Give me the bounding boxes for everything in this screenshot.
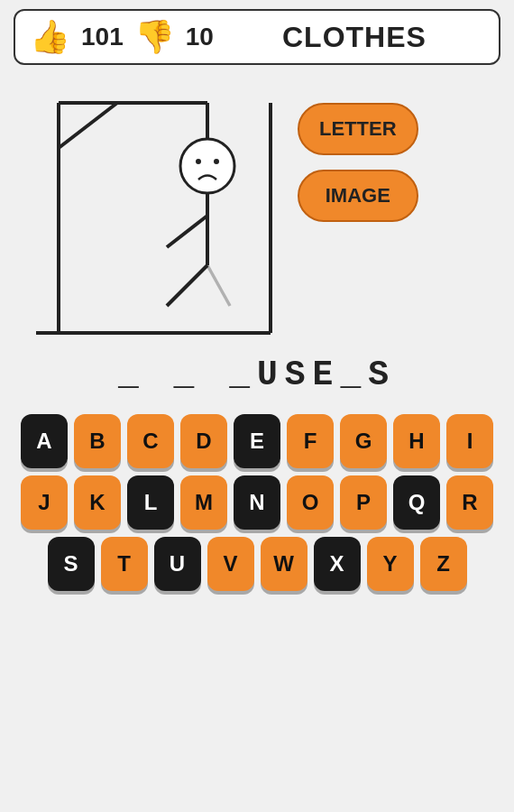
key-t[interactable]: T (101, 537, 148, 591)
key-p[interactable]: P (340, 475, 387, 530)
thumbs-down-icon: 👎 (134, 18, 175, 56)
key-q[interactable]: Q (393, 475, 440, 530)
keyboard-row-1: ABCDEFGHI (21, 414, 493, 468)
key-k[interactable]: K (74, 475, 121, 530)
svg-point-7 (196, 159, 201, 164)
key-h[interactable]: H (393, 414, 440, 468)
hangman-container (9, 76, 289, 346)
key-v[interactable]: V (207, 537, 254, 591)
keyboard-row-3: STUVWXYZ (48, 537, 467, 591)
keyboard-row-2: JKLMNOPQR (21, 475, 493, 530)
likes-count: 101 (81, 23, 124, 51)
top-bar: 👍 101 👎 10 CLOTHES (14, 9, 500, 65)
thumbs-up-icon: 👍 (30, 18, 70, 56)
svg-line-3 (59, 103, 117, 148)
key-y[interactable]: Y (367, 537, 414, 591)
letter-hint-button[interactable]: LETTER (298, 103, 418, 155)
svg-line-11 (167, 265, 207, 306)
svg-line-12 (207, 265, 230, 306)
image-hint-button[interactable]: IMAGE (298, 170, 418, 222)
key-w[interactable]: W (261, 537, 307, 591)
key-r[interactable]: R (446, 475, 493, 530)
key-c[interactable]: C (127, 414, 174, 468)
word-letters: _ _ _USE_S (118, 355, 396, 394)
hint-buttons: LETTER IMAGE (298, 103, 418, 222)
key-e[interactable]: E (234, 414, 280, 468)
game-area: LETTER IMAGE (0, 76, 514, 346)
key-b[interactable]: B (74, 414, 121, 468)
svg-line-10 (167, 216, 207, 247)
key-o[interactable]: O (287, 475, 334, 530)
key-i[interactable]: I (446, 414, 493, 468)
keyboard: ABCDEFGHI JKLMNOPQR STUVWXYZ (21, 414, 493, 591)
key-u[interactable]: U (154, 537, 201, 591)
key-f[interactable]: F (287, 414, 334, 468)
key-l[interactable]: L (127, 475, 174, 530)
key-a[interactable]: A (21, 414, 68, 468)
key-x[interactable]: X (314, 537, 361, 591)
key-n[interactable]: N (234, 475, 280, 530)
hangman-drawing (9, 76, 289, 346)
category-label: CLOTHES (282, 21, 427, 54)
svg-point-8 (214, 159, 219, 164)
key-g[interactable]: G (340, 414, 387, 468)
svg-point-6 (180, 139, 234, 193)
key-m[interactable]: M (180, 475, 227, 530)
key-j[interactable]: J (21, 475, 68, 530)
dislikes-count: 10 (186, 23, 214, 51)
key-s[interactable]: S (48, 537, 95, 591)
key-z[interactable]: Z (420, 537, 467, 591)
key-d[interactable]: D (180, 414, 227, 468)
word-display: _ _ _USE_S (118, 355, 396, 394)
